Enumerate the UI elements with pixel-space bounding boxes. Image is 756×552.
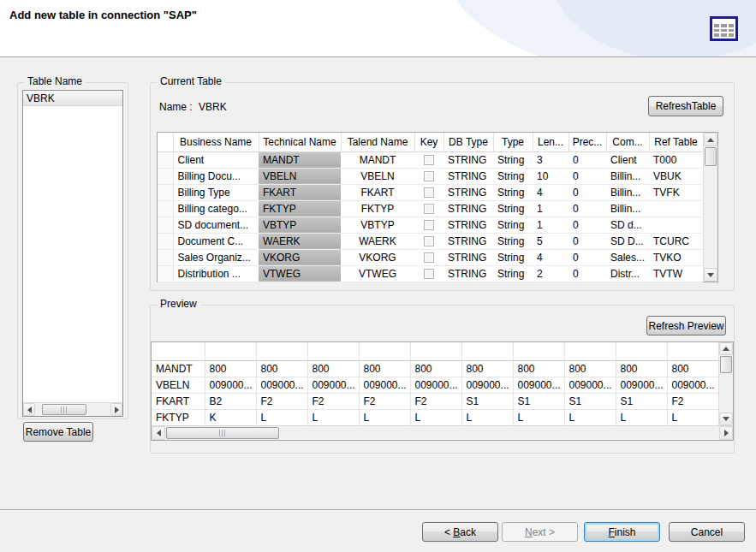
- row-selector[interactable]: [158, 151, 173, 168]
- cell-technical-name[interactable]: VTWEG: [259, 265, 341, 282]
- row-selector[interactable]: [158, 168, 173, 184]
- row-selector[interactable]: [158, 184, 173, 200]
- key-checkbox[interactable]: [424, 236, 434, 246]
- cell-len[interactable]: 1: [533, 200, 568, 217]
- table-row[interactable]: SD document... VBTYP VBTYP STRING String…: [158, 217, 703, 233]
- table-row[interactable]: Distribution ... VTWEG VTWEG STRING Stri…: [158, 265, 703, 282]
- cell-technical-name[interactable]: FKTYP: [259, 200, 341, 217]
- cell-comment[interactable]: Sales...: [606, 249, 649, 265]
- cell-ref-table[interactable]: TVKO: [649, 249, 703, 265]
- cell-technical-name[interactable]: VBTYP: [259, 217, 341, 233]
- cell-ref-table[interactable]: TVTW: [649, 265, 703, 282]
- list-item-vbrk[interactable]: VBRK: [23, 91, 122, 106]
- scroll-right-button[interactable]: [719, 426, 733, 440]
- cancel-button[interactable]: Cancel: [669, 522, 745, 542]
- key-checkbox[interactable]: [424, 187, 434, 198]
- cell-comment[interactable]: SD D...: [606, 233, 649, 249]
- remove-table-button[interactable]: Remove Table: [23, 422, 93, 442]
- cell-prec[interactable]: 0: [568, 151, 606, 168]
- finish-button[interactable]: Finish: [584, 522, 660, 542]
- cell-prec[interactable]: 0: [568, 200, 606, 217]
- preview-vscrollbar[interactable]: [718, 342, 733, 425]
- next-button[interactable]: Next >: [502, 522, 578, 542]
- cell-talend-name[interactable]: VKORG: [341, 249, 414, 265]
- cell-type[interactable]: String: [493, 217, 533, 233]
- cell-talend-name[interactable]: FKART: [341, 184, 414, 200]
- table-row[interactable]: Client MANDT MANDT STRING String 3 0 Cli…: [158, 151, 703, 168]
- cell-len[interactable]: 3: [533, 151, 568, 168]
- row-selector[interactable]: [158, 249, 173, 265]
- cell-talend-name[interactable]: VBTYP: [341, 217, 414, 233]
- table-name-list[interactable]: VBRK: [22, 90, 123, 417]
- cell-db-type[interactable]: STRING: [443, 217, 493, 233]
- cell-comment[interactable]: Billin...: [606, 200, 649, 217]
- cell-prec[interactable]: 0: [568, 265, 606, 282]
- cell-type[interactable]: String: [493, 151, 533, 168]
- scroll-thumb[interactable]: [720, 356, 732, 373]
- scroll-right-button[interactable]: [110, 403, 122, 416]
- table-row[interactable]: Sales Organiz... VKORG VKORG STRING Stri…: [158, 249, 703, 265]
- key-checkbox[interactable]: [424, 269, 434, 279]
- cell-business-name[interactable]: Document C...: [173, 233, 259, 249]
- cell-technical-name[interactable]: WAERK: [259, 233, 341, 249]
- scroll-left-button[interactable]: [152, 426, 165, 440]
- cell-business-name[interactable]: Client: [173, 151, 259, 168]
- cell-ref-table[interactable]: VBUK: [649, 168, 703, 184]
- cell-ref-table[interactable]: T000: [649, 151, 703, 168]
- cell-db-type[interactable]: STRING: [443, 233, 493, 249]
- cell-ref-table[interactable]: TVFK: [649, 184, 703, 200]
- scroll-up-button[interactable]: [704, 133, 717, 146]
- refresh-preview-button[interactable]: Refresh Preview: [646, 316, 726, 335]
- cell-db-type[interactable]: STRING: [443, 200, 493, 217]
- key-checkbox[interactable]: [424, 252, 434, 263]
- scroll-thumb[interactable]: [166, 427, 279, 439]
- cell-db-type[interactable]: STRING: [443, 168, 493, 184]
- cell-db-type[interactable]: STRING: [443, 265, 493, 282]
- cell-len[interactable]: 10: [533, 168, 568, 184]
- cell-ref-table[interactable]: [649, 200, 703, 217]
- cell-len[interactable]: 4: [533, 249, 568, 265]
- cell-db-type[interactable]: STRING: [443, 184, 493, 200]
- scroll-thumb[interactable]: [42, 404, 86, 415]
- current-table-vscrollbar[interactable]: [703, 133, 717, 282]
- cell-comment[interactable]: Billin...: [606, 184, 649, 200]
- cell-ref-table[interactable]: [649, 217, 703, 233]
- table-name-list-hscrollbar[interactable]: [23, 402, 122, 416]
- cell-type[interactable]: String: [493, 184, 533, 200]
- table-row[interactable]: Billing catego... FKTYP FKTYP STRING Str…: [158, 200, 703, 217]
- key-checkbox[interactable]: [424, 155, 434, 165]
- cell-comment[interactable]: SD d...: [606, 217, 649, 233]
- preview-hscrollbar[interactable]: [152, 425, 733, 440]
- row-selector[interactable]: [158, 217, 173, 233]
- cell-len[interactable]: 5: [533, 233, 568, 249]
- cell-talend-name[interactable]: MANDT: [341, 151, 414, 168]
- table-row[interactable]: Document C... WAERK WAERK STRING String …: [158, 233, 703, 249]
- cell-type[interactable]: String: [493, 249, 533, 265]
- cell-technical-name[interactable]: VBELN: [259, 168, 341, 184]
- cell-talend-name[interactable]: WAERK: [341, 233, 414, 249]
- cell-type[interactable]: String: [493, 200, 533, 217]
- cell-comment[interactable]: Client: [606, 151, 649, 168]
- row-selector[interactable]: [158, 200, 173, 217]
- key-checkbox[interactable]: [424, 171, 434, 181]
- cell-type[interactable]: String: [493, 168, 533, 184]
- cell-db-type[interactable]: STRING: [443, 151, 493, 168]
- cell-business-name[interactable]: Distribution ...: [173, 265, 259, 282]
- key-checkbox[interactable]: [424, 220, 434, 230]
- row-selector[interactable]: [158, 233, 173, 249]
- scroll-down-button[interactable]: [719, 413, 733, 425]
- cell-len[interactable]: 1: [533, 217, 568, 233]
- cell-business-name[interactable]: Sales Organiz...: [173, 249, 259, 265]
- cell-talend-name[interactable]: VTWEG: [341, 265, 414, 282]
- table-row[interactable]: Billing Docu... VBELN VBELN STRING Strin…: [158, 168, 703, 184]
- table-row[interactable]: Billing Type FKART FKART STRING String 4…: [158, 184, 703, 200]
- cell-business-name[interactable]: Billing Docu...: [173, 168, 259, 184]
- cell-technical-name[interactable]: VKORG: [259, 249, 341, 265]
- cell-prec[interactable]: 0: [568, 217, 606, 233]
- cell-business-name[interactable]: Billing catego...: [173, 200, 259, 217]
- cell-prec[interactable]: 0: [568, 249, 606, 265]
- key-checkbox[interactable]: [424, 204, 434, 214]
- cell-comment[interactable]: Billin...: [606, 168, 649, 184]
- scroll-left-button[interactable]: [23, 403, 35, 416]
- cell-comment[interactable]: Distr...: [606, 265, 649, 282]
